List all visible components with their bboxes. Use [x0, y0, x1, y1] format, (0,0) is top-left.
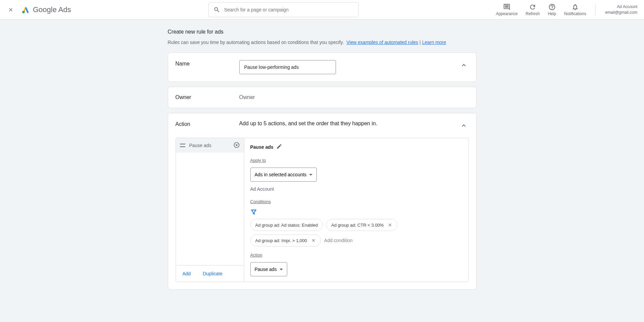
notifications-button[interactable]: Notifications [564, 3, 586, 16]
help-icon [548, 3, 556, 11]
page-subtitle: Rules can save you time by automating ac… [168, 40, 477, 45]
apply-to-label: Apply to [250, 158, 462, 163]
owner-value: Owner [239, 94, 469, 100]
action-type-dropdown[interactable]: Pause ads [250, 262, 287, 276]
add-condition-button[interactable]: Add condition [324, 238, 353, 243]
divider [595, 4, 596, 15]
help-button[interactable]: Help [548, 3, 556, 16]
chip-text: Ad group ad: CTR < 3.00% [331, 223, 384, 228]
refresh-label: Refresh [526, 11, 540, 16]
appearance-label: Appearance [496, 11, 518, 16]
notifications-label: Notifications [564, 11, 586, 16]
collapse-name-button[interactable] [459, 60, 469, 71]
refresh-button[interactable]: Refresh [526, 3, 540, 16]
apply-to-value: Ads in selected accounts [255, 172, 307, 177]
collapse-action-button[interactable] [459, 121, 469, 132]
condition-chip[interactable]: Ad group ad: Impr. > 1,000 [250, 234, 321, 246]
close-button[interactable] [7, 6, 15, 14]
close-icon [388, 223, 392, 227]
help-label: Help [548, 11, 556, 16]
close-icon [311, 238, 316, 243]
action-type-value: Pause ads [255, 267, 277, 272]
search-input[interactable] [224, 7, 354, 12]
action-detail: Pause ads Apply to Ads in selected accou… [244, 138, 468, 282]
condition-chip[interactable]: Ad group ad: CTR < 3.00% [326, 219, 397, 231]
conditions-label: Conditions [250, 199, 462, 204]
owner-label: Owner [176, 94, 239, 100]
close-icon [8, 7, 13, 12]
brand-logo: Google Ads [21, 5, 71, 14]
edit-title-button[interactable] [276, 143, 282, 150]
refresh-icon [529, 3, 536, 11]
page-title: Create new rule for ads [168, 29, 477, 35]
action-item-label: Pause ads [189, 143, 229, 148]
chevron-down-icon [280, 269, 283, 270]
bell-icon [572, 3, 579, 11]
app-header: Google Ads Appearance Refresh Help Notif… [0, 0, 644, 19]
search-icon [213, 6, 220, 13]
action-sub-label: Action [250, 252, 462, 258]
duplicate-action-button[interactable]: Duplicate [199, 269, 226, 278]
detail-title: Pause ads [250, 144, 274, 150]
name-card: Name [168, 52, 477, 82]
condition-chip[interactable]: Ad group ad: Ad status: Enabled [250, 219, 323, 231]
remove-chip-button[interactable] [388, 223, 392, 227]
action-card: Action Add up to 5 actions, and set the … [168, 113, 477, 290]
apply-to-dropdown[interactable]: Ads in selected accounts [250, 168, 317, 182]
chevron-down-icon [309, 174, 312, 176]
main-content: Create new rule for ads Rules can save y… [168, 19, 477, 308]
chevron-up-icon [460, 122, 467, 129]
remove-chip-button[interactable] [311, 238, 316, 243]
close-circle-icon [233, 142, 240, 148]
chip-text: Ad group ad: Impr. > 1,000 [255, 238, 307, 243]
action-list: Pause ads Add Duplicate [176, 138, 244, 282]
account-email: email@gmail.com [605, 10, 637, 15]
appearance-button[interactable]: Appearance [496, 3, 518, 16]
header-actions: Appearance Refresh Help Notifications Ad… [496, 3, 637, 16]
remove-action-button[interactable] [233, 142, 240, 149]
brand-text: Google Ads [33, 5, 71, 14]
filter-icon [250, 209, 257, 216]
name-label: Name [176, 60, 239, 67]
chip-text: Ad group ad: Ad status: Enabled [255, 223, 318, 228]
search-box[interactable] [208, 2, 359, 17]
action-body: Pause ads Add Duplicate Pause ads [176, 138, 469, 282]
ads-logo-icon [21, 5, 30, 14]
rule-name-input[interactable] [239, 60, 336, 74]
search-wrap [78, 2, 489, 17]
account-name: Ad Account [605, 4, 637, 10]
add-action-button[interactable]: Add [179, 269, 194, 278]
link-examples[interactable]: View examples of automated rules [346, 40, 418, 45]
action-list-footer: Add Duplicate [176, 265, 244, 282]
drag-handle-icon[interactable] [180, 143, 185, 148]
account-text: Ad Account [250, 186, 462, 192]
chevron-up-icon [460, 61, 467, 69]
action-list-item[interactable]: Pause ads [176, 138, 244, 153]
appearance-icon [503, 3, 510, 11]
account-info[interactable]: Ad Account email@gmail.com [605, 4, 637, 15]
link-learn-more[interactable]: Learn more [422, 40, 446, 45]
owner-card: Owner Owner [168, 87, 477, 108]
action-label: Action [176, 121, 239, 127]
action-description: Add up to 5 actions, and set the order t… [239, 121, 459, 127]
subtitle-text: Rules can save you time by automating ac… [168, 40, 344, 45]
svg-point-0 [22, 11, 25, 13]
pencil-icon [276, 143, 282, 149]
